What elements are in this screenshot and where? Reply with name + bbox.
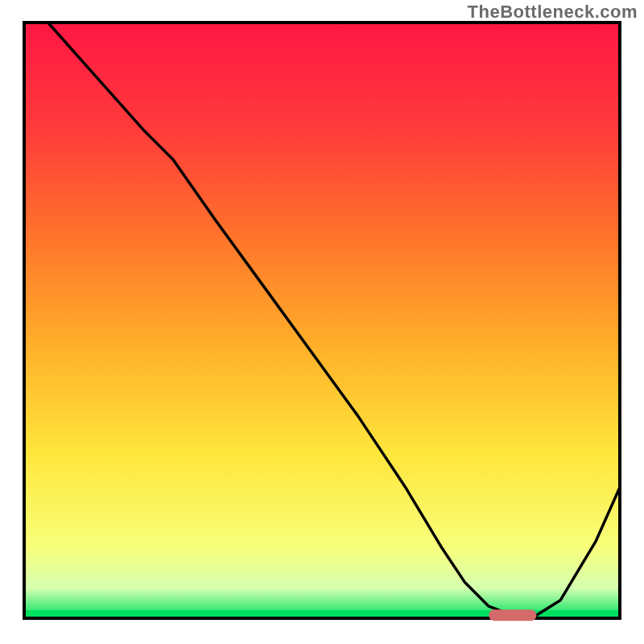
bottleneck-chart (0, 0, 644, 644)
watermark-text: TheBottleneck.com (468, 2, 638, 23)
chart-container: TheBottleneck.com (0, 0, 644, 644)
optimal-range-marker (489, 609, 536, 621)
plot-background (24, 23, 620, 618)
